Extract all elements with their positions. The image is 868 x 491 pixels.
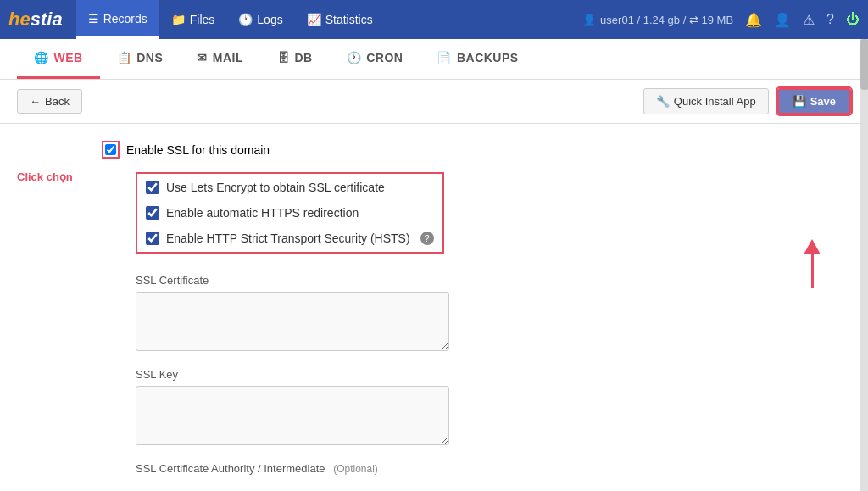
statistics-icon: 📈 [307, 13, 321, 26]
tab-mail[interactable]: ✉ MAIL [180, 39, 260, 79]
nav-items: ☰ Records 📁 Files 🕐 Logs 📈 Statistics [76, 0, 582, 39]
ssl-key-label: SSL Key [136, 368, 834, 381]
lets-encrypt-row: Use Lets Encrypt to obtain SSL certifica… [146, 181, 434, 194]
tab-backups[interactable]: 📄 BACKUPS [420, 39, 535, 79]
hsts-label[interactable]: Enable HTTP Strict Transport Security (H… [166, 232, 410, 245]
tab-web[interactable]: 🌐 WEB [17, 39, 100, 79]
web-globe-icon: 🌐 [34, 51, 49, 64]
enable-ssl-label[interactable]: Enable SSL for this domain [126, 143, 270, 157]
ssl-ca-label-row: SSL Certificate Authority / Intermediate… [136, 462, 834, 475]
https-redirect-label[interactable]: Enable automatic HTTPS redirection [166, 206, 359, 220]
tab-cron[interactable]: 🕐 CRON [330, 39, 420, 79]
ssl-cert-label: SSL Certificate [136, 274, 834, 287]
toolbar-right: 🔧 Quick Install App 💾 Save [643, 88, 851, 114]
hsts-row: Enable HTTP Strict Transport Security (H… [146, 232, 434, 245]
top-navigation: hestia ☰ Records 📁 Files 🕐 Logs 📈 Statis… [0, 0, 868, 39]
toolbar: ← Back 🔧 Quick Install App 💾 Save [0, 80, 868, 124]
hsts-help-icon[interactable]: ? [420, 232, 434, 245]
hsts-checkbox[interactable] [146, 232, 159, 245]
arrow-up-shape [804, 239, 821, 254]
scrollbar-track[interactable] [860, 39, 868, 491]
floppy-icon: 💾 [793, 95, 806, 108]
sub-options-group: Use Lets Encrypt to obtain SSL certifica… [136, 172, 834, 257]
save-button[interactable]: 💾 Save [777, 88, 851, 114]
person-add-icon[interactable]: 👤 [774, 12, 791, 28]
logs-icon: 🕐 [238, 13, 253, 26]
page-wrapper: 🌐 WEB 📋 DNS ✉ MAIL 🗄 DB 🕐 CRON 📄 BACK [0, 39, 868, 491]
nav-item-files[interactable]: 📁 Files [159, 0, 227, 39]
enable-ssl-row: Enable SSL for this domain [102, 141, 834, 159]
arrow-line-shape [811, 254, 814, 288]
ssl-cert-field-group: SSL Certificate [136, 274, 834, 351]
user-icon: 👤 [582, 14, 596, 26]
nav-right: 👤 user01 / 1.24 gb / ⇄ 19 MB 🔔 👤 ⚠ ? ⏻ [582, 12, 860, 28]
main-content: Click chọn Enable SSL for this domain Us… [0, 124, 868, 491]
warning-icon[interactable]: ⚠ [803, 12, 815, 28]
https-redirect-row: Enable automatic HTTPS redirection [146, 206, 434, 220]
dns-icon: 📋 [117, 51, 132, 64]
sub-checkboxes-border: Use Lets Encrypt to obtain SSL certifica… [136, 172, 444, 254]
https-redirect-checkbox[interactable] [146, 206, 159, 220]
help-icon[interactable]: ? [826, 12, 834, 27]
click-chon-label: Click chọn [17, 170, 73, 183]
wrench-icon: 🔧 [656, 95, 670, 108]
lets-encrypt-label[interactable]: Use Lets Encrypt to obtain SSL certifica… [166, 181, 385, 194]
lets-encrypt-checkbox[interactable] [146, 181, 159, 194]
tab-bar: 🌐 WEB 📋 DNS ✉ MAIL 🗄 DB 🕐 CRON 📄 BACK [0, 39, 868, 80]
nav-item-records[interactable]: ☰ Records [76, 0, 159, 39]
user-info: 👤 user01 / 1.24 gb / ⇄ 19 MB [582, 14, 733, 26]
records-icon: ☰ [88, 12, 99, 25]
nav-item-logs[interactable]: 🕐 Logs [226, 0, 294, 39]
notification-bell-icon[interactable]: 🔔 [745, 12, 762, 28]
files-icon: 📁 [171, 13, 186, 26]
quick-install-button[interactable]: 🔧 Quick Install App [643, 88, 769, 114]
back-button[interactable]: ← Back [17, 89, 82, 114]
tab-db[interactable]: 🗄 DB [260, 39, 330, 79]
backups-icon: 📄 [437, 51, 452, 64]
app-logo: hestia [8, 8, 63, 31]
annotation-arrow [804, 239, 821, 288]
cron-icon: 🕐 [347, 51, 362, 64]
ssl-key-field-group: SSL Key [136, 368, 834, 445]
mail-icon: ✉ [197, 51, 208, 64]
ssl-cert-textarea[interactable] [136, 292, 449, 351]
tab-dns[interactable]: 📋 DNS [100, 39, 181, 79]
logout-icon[interactable]: ⏻ [846, 12, 860, 27]
enable-ssl-checkbox-wrapper [102, 141, 120, 159]
db-icon: 🗄 [277, 51, 290, 64]
ssl-ca-field-group: SSL Certificate Authority / Intermediate… [136, 462, 834, 475]
ssl-key-textarea[interactable] [136, 386, 449, 445]
ssl-ca-optional: (Optional) [333, 463, 378, 475]
nav-item-statistics[interactable]: 📈 Statistics [295, 0, 385, 39]
scrollbar-thumb[interactable] [860, 39, 868, 90]
arrow-left-icon: ← [30, 95, 41, 108]
enable-ssl-checkbox[interactable] [105, 144, 116, 155]
